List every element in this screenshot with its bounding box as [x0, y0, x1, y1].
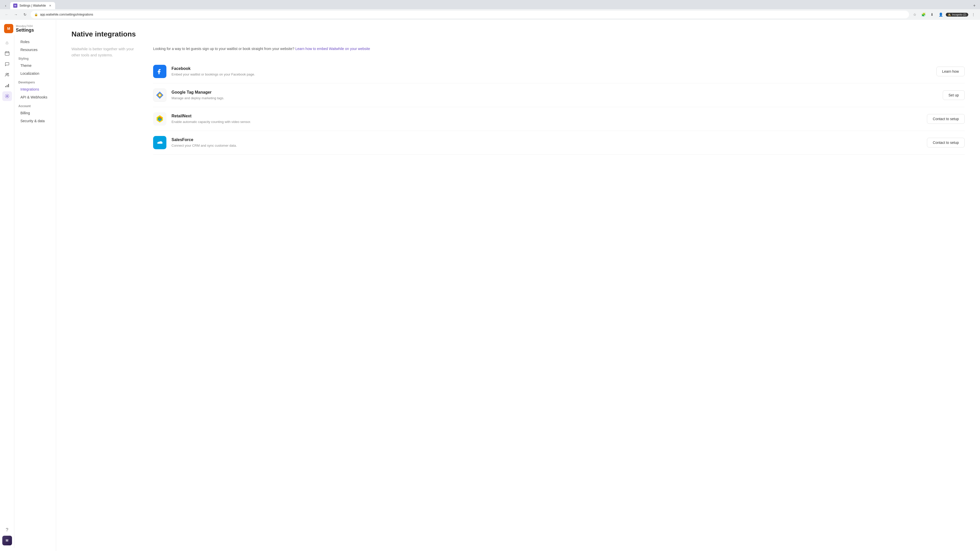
- svg-rect-8: [8, 84, 9, 87]
- integration-card-salesforce: SalesForce Connect your CRM and sync cus…: [153, 131, 965, 155]
- integration-card-facebook: Facebook Embed your waitlist or bookings…: [153, 60, 965, 83]
- salesforce-name: SalesForce: [172, 138, 922, 142]
- facebook-name: Facebook: [172, 66, 931, 71]
- calendar-nav-button[interactable]: [2, 48, 12, 58]
- retailnext-logo: [153, 112, 166, 125]
- facebook-logo: [153, 65, 166, 78]
- retailnext-name: RetailNext: [172, 114, 922, 118]
- facebook-learn-button[interactable]: Learn how: [936, 67, 965, 76]
- chat-nav-button[interactable]: [2, 59, 12, 69]
- app-layout: M Moodjoy7434 Settings ⌂: [0, 20, 980, 551]
- user-avatar-button[interactable]: M: [2, 536, 12, 545]
- incognito-badge: 🕵 Incognito (2): [946, 13, 968, 17]
- page-title: Native integrations: [72, 30, 965, 38]
- sidebar-item-roles[interactable]: Roles: [16, 38, 54, 46]
- svg-rect-0: [5, 52, 9, 56]
- tab-list-prev[interactable]: ‹: [2, 2, 9, 9]
- back-button[interactable]: ←: [3, 11, 10, 18]
- profile-button[interactable]: 👤: [937, 11, 944, 18]
- analytics-nav-button[interactable]: [2, 81, 12, 90]
- sidebar-header: M Moodjoy7434 Settings: [0, 20, 56, 35]
- svg-rect-7: [6, 85, 7, 87]
- home-nav-button[interactable]: ⌂: [2, 38, 12, 48]
- app-title: Settings: [16, 27, 34, 33]
- svg-rect-6: [5, 86, 6, 87]
- embed-notice: Looking for a way to let guests sign up …: [153, 46, 965, 52]
- browser-chrome: ‹ M Settings | Waitwhile ✕ + ← → ↻ 🔒 app…: [0, 0, 980, 20]
- sidebar-item-theme[interactable]: Theme: [16, 62, 54, 69]
- salesforce-info: SalesForce Connect your CRM and sync cus…: [172, 138, 922, 148]
- tab-list: M Settings | Waitwhile ✕: [10, 2, 970, 9]
- sidebar-item-billing[interactable]: Billing: [16, 109, 54, 117]
- address-bar-row: ← → ↻ 🔒 app.waitwhile.com/settings/integ…: [0, 9, 980, 20]
- tab-close-button[interactable]: ✕: [48, 3, 52, 8]
- sidebar-item-localization[interactable]: Localization: [16, 70, 54, 77]
- retailnext-desc: Enable automatic capacity counting with …: [172, 119, 922, 124]
- settings-nav-button[interactable]: [2, 91, 12, 101]
- url-text: app.waitwhile.com/settings/integrations: [40, 13, 93, 16]
- avatar: M: [4, 24, 13, 33]
- sidebar: M Moodjoy7434 Settings ⌂: [0, 20, 56, 551]
- svg-point-5: [8, 73, 9, 74]
- sidebar-item-resources[interactable]: Resources: [16, 46, 54, 54]
- extensions-button[interactable]: 🧩: [920, 11, 927, 18]
- browser-icons: ☆ 🧩 ⬇ 👤 🕵 Incognito (2) ⋮: [911, 11, 977, 18]
- description-text: Waitwhile is better together with your o…: [72, 46, 143, 58]
- retailnext-contact-button[interactable]: Contact to setup: [927, 114, 965, 124]
- download-button[interactable]: ⬇: [928, 11, 935, 18]
- retailnext-info: RetailNext Enable automatic capacity cou…: [172, 114, 922, 124]
- salesforce-contact-button[interactable]: Contact to setup: [927, 138, 965, 148]
- bookmark-button[interactable]: ☆: [911, 11, 918, 18]
- sidebar-item-api-webhooks[interactable]: API & Webhooks: [16, 94, 54, 101]
- sidebar-item-security[interactable]: Security & data: [16, 117, 54, 125]
- address-bar[interactable]: 🔒 app.waitwhile.com/settings/integration…: [30, 11, 909, 18]
- svg-point-4: [6, 73, 7, 75]
- gtm-desc: Manage and deploy marketing tags.: [172, 96, 938, 101]
- help-nav-button[interactable]: ?: [2, 525, 12, 535]
- integration-card-retailnext: RetailNext Enable automatic capacity cou…: [153, 107, 965, 131]
- embed-link[interactable]: Learn how to embed Waitwhile on your web…: [295, 47, 370, 51]
- salesforce-logo: [153, 136, 166, 149]
- menu-button[interactable]: ⋮: [970, 11, 977, 18]
- sidebar-content: ⌂: [0, 35, 56, 548]
- facebook-desc: Embed your waitlist or bookings on your …: [172, 72, 931, 77]
- description-block: Waitwhile is better together with your o…: [72, 46, 143, 58]
- app-title-block: Moodjoy7434 Settings: [16, 24, 34, 33]
- integrations-block: Looking for a way to let guests sign up …: [153, 46, 965, 155]
- sidebar-section-account: Account: [14, 101, 56, 109]
- new-tab-button[interactable]: +: [971, 2, 978, 9]
- main-content: Native integrations Waitwhile is better …: [56, 20, 980, 551]
- gtm-info: Google Tag Manager Manage and deploy mar…: [172, 90, 938, 101]
- tab-favicon: M: [13, 3, 18, 8]
- sidebar-section-styling: Styling: [14, 54, 56, 62]
- users-nav-button[interactable]: [2, 70, 12, 79]
- tab-bar: ‹ M Settings | Waitwhile ✕ +: [0, 0, 980, 9]
- gtm-setup-button[interactable]: Set up: [943, 90, 965, 100]
- account-name: Moodjoy7434: [16, 24, 34, 27]
- page-header: Native integrations: [72, 30, 965, 38]
- facebook-info: Facebook Embed your waitlist or bookings…: [172, 66, 931, 77]
- gtm-name: Google Tag Manager: [172, 90, 938, 95]
- forward-button[interactable]: →: [12, 11, 19, 18]
- svg-rect-12: [159, 94, 161, 96]
- active-tab[interactable]: M Settings | Waitwhile ✕: [10, 2, 55, 9]
- svg-point-9: [6, 96, 8, 97]
- text-sidebar: Roles Resources Styling Theme Localizati…: [14, 35, 56, 548]
- gtm-logo: [153, 89, 166, 102]
- salesforce-desc: Connect your CRM and sync customer data.: [172, 143, 922, 148]
- icon-sidebar: ⌂: [0, 35, 14, 548]
- tab-title: Settings | Waitwhile: [19, 4, 46, 7]
- content-grid: Waitwhile is better together with your o…: [72, 46, 965, 155]
- sidebar-item-integrations[interactable]: Integrations: [16, 86, 54, 93]
- sidebar-section-developers: Developers: [14, 78, 56, 85]
- integration-card-gtm: Google Tag Manager Manage and deploy mar…: [153, 83, 965, 107]
- reload-button[interactable]: ↻: [21, 11, 29, 18]
